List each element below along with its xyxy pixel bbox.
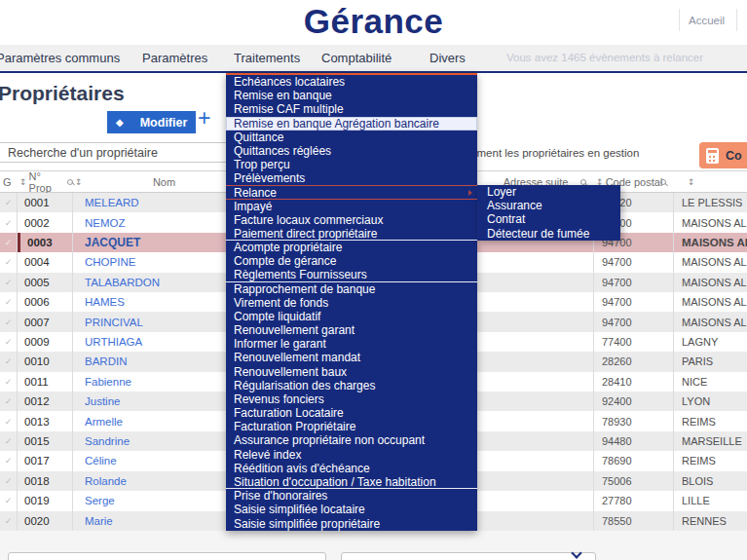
row-checkbox[interactable]: ✓	[0, 252, 18, 272]
nav-parametres-communs[interactable]: Paramètres communs	[0, 45, 120, 71]
row-checkbox[interactable]: ✓	[0, 471, 18, 491]
check-icon: ✓	[5, 257, 13, 267]
nav-comptabilite[interactable]: Comptabilité	[321, 45, 392, 71]
cell-cp: 78690	[594, 451, 674, 470]
nav-traitements[interactable]: Traitements	[234, 45, 300, 71]
modify-button[interactable]: ◆ Modifier	[107, 111, 196, 133]
menu-item-remise-caf-multiple[interactable]: Remise CAF multiple	[226, 102, 477, 116]
menu-item-impaye[interactable]: Impayé	[226, 200, 477, 213]
menu-item-saisie-simplifiee-proprietaire[interactable]: Saisie simplifiée propriétaire	[226, 517, 477, 531]
cell-num: 0001	[18, 193, 73, 212]
row-checkbox[interactable]: ✓	[0, 273, 18, 292]
search-input[interactable]	[0, 142, 227, 163]
row-checkbox[interactable]: ✓	[0, 332, 18, 352]
cell-cp: 27780	[594, 491, 674, 510]
menu-item-remise-agregation-bancaire[interactable]: Remise en banque Agrégation bancaire	[226, 117, 477, 131]
submenu-item-assurance[interactable]: Assurance	[477, 199, 620, 212]
cell-adresse-suite	[477, 372, 594, 392]
cell-num: 0018	[18, 471, 73, 491]
submenu-item-loyer[interactable]: Loyer	[477, 185, 620, 199]
row-checkbox[interactable]: ✓	[0, 411, 18, 430]
pen-diamond-icon: ◆	[116, 117, 124, 128]
cell-ville: LYON	[674, 392, 747, 411]
row-checkbox[interactable]: ✓	[0, 352, 18, 371]
menu-item-informer-le-garant[interactable]: Informer le garant	[226, 337, 477, 351]
menu-item-remise-en-banque[interactable]: Remise en banque	[226, 89, 477, 102]
menu-item-paiement-direct-proprietaire[interactable]: Paiement direct propriétaire	[226, 227, 477, 241]
sort-icon[interactable]: ↕	[688, 177, 695, 187]
menu-item-reedition-avis-echeance[interactable]: Réédition avis d'échéance	[226, 462, 477, 475]
submenu-item-detecteur-de-fumee[interactable]: Détecteur de fumée	[477, 227, 620, 241]
cell-ville: LAGNY	[674, 332, 747, 352]
add-button[interactable]: +	[198, 105, 210, 131]
menu-item-facture-locaux-commerciaux[interactable]: Facture locaux commerciaux	[226, 213, 477, 227]
menu-item-situation-occupation[interactable]: Situation d'occupation / Taxe habitation	[226, 475, 477, 489]
cell-ville: REIMS	[674, 451, 747, 470]
row-checkbox[interactable]: ✓	[0, 491, 18, 510]
cell-cp: 28260	[594, 352, 674, 371]
cell-num: 0003	[18, 233, 73, 252]
cell-cp: 75006	[594, 471, 674, 491]
menu-item-acompte-proprietaire[interactable]: Acompte propriétaire	[226, 241, 477, 254]
menu-item-regularisation-des-charges[interactable]: Régularisation des charges	[226, 379, 477, 392]
submenu-arrow-icon	[468, 190, 472, 196]
row-checkbox[interactable]: ✓	[0, 372, 18, 392]
accueil-button[interactable]: Accueil	[689, 15, 725, 26]
menu-item-reglements-fournisseurs[interactable]: Règlements Fournisseurs	[226, 268, 477, 281]
search-column-icon[interactable]	[660, 179, 666, 185]
menu-item-renouvellement-mandat[interactable]: Renouvellement mandat	[226, 351, 477, 364]
cell-num: 0020	[18, 511, 73, 531]
top-bar: Gérance Accueil	[0, 0, 747, 45]
row-checkbox[interactable]: ✓	[0, 312, 18, 331]
menu-item-facturation-proprietaire[interactable]: Facturation Propriétaire	[226, 420, 477, 433]
menu-item-rapprochement-de-banque[interactable]: Rapprochement de banque	[226, 282, 477, 296]
row-checkbox[interactable]: ✓	[0, 292, 18, 312]
calculator-button-label: Co	[726, 149, 742, 163]
footer-select[interactable]	[341, 552, 596, 560]
divider	[679, 9, 680, 31]
check-icon: ✓	[5, 218, 13, 228]
menu-item-relance[interactable]: Relance	[226, 185, 477, 199]
row-checkbox[interactable]: ✓	[0, 511, 18, 531]
calculator-button[interactable]: Co	[699, 142, 747, 168]
col-header-num-prop[interactable]: ↕ N° Prop	[18, 171, 73, 192]
row-checkbox[interactable]: ✓	[0, 212, 18, 232]
nav-divers[interactable]: Divers	[430, 45, 466, 71]
cell-num: 0011	[18, 372, 73, 392]
row-checkbox[interactable]: ✓	[0, 431, 18, 451]
row-checkbox[interactable]: ✓	[0, 392, 18, 411]
menu-item-compte-liquidatif[interactable]: Compte liquidatif	[226, 310, 477, 323]
menu-item-releve-index[interactable]: Relevé index	[226, 448, 477, 462]
menu-item-compte-de-gerance[interactable]: Compte de gérance	[226, 254, 477, 268]
menu-item-virement-de-fonds[interactable]: Virement de fonds	[226, 296, 477, 310]
menu-item-revenus-fonciers[interactable]: Revenus fonciers	[226, 392, 477, 406]
menu-item-saisie-simplifiee-locataire[interactable]: Saisie simplifiée locataire	[226, 503, 477, 516]
cell-adresse-suite	[477, 273, 594, 292]
col-header-ville[interactable]: ↕	[674, 171, 747, 192]
cell-adresse-suite	[477, 511, 594, 531]
cell-ville: MAISONS ALFORT	[674, 292, 747, 312]
menu-item-quittances-reglees[interactable]: Quittances réglées	[226, 144, 477, 158]
menu-item-prelevements[interactable]: Prélèvements	[226, 171, 477, 185]
cell-num: 0010	[18, 352, 73, 371]
footer-input[interactable]	[8, 552, 326, 560]
menu-item-assurance-pno[interactable]: Assurance propriétaire non occupant	[226, 433, 477, 447]
menu-item-prise-honoraires[interactable]: Prise d'honoraires	[226, 489, 477, 503]
cell-adresse-suite	[477, 451, 594, 470]
col-header-gestion[interactable]: G	[0, 171, 18, 192]
row-checkbox[interactable]: ✓	[0, 233, 18, 252]
row-checkbox[interactable]: ✓	[0, 451, 18, 470]
row-checkbox[interactable]: ✓	[0, 193, 18, 212]
menu-item-facturation-locataire[interactable]: Facturation Locataire	[226, 406, 477, 420]
sort-icon[interactable]: ↕	[19, 177, 27, 187]
menu-item-echeances-locataires[interactable]: Echéances locataires	[226, 75, 477, 89]
menu-item-quittance[interactable]: Quittance	[226, 131, 477, 144]
submenu-item-contrat[interactable]: Contrat	[477, 212, 620, 226]
sort-icon[interactable]: ↕	[75, 177, 83, 187]
nav-parametres[interactable]: Paramètres	[142, 45, 207, 71]
menu-item-renouvellement-garant[interactable]: Renouvellement garant	[226, 323, 477, 337]
menu-item-renouvellement-baux[interactable]: Renouvellement baux	[226, 365, 477, 379]
menu-item-trop-percu[interactable]: Trop perçu	[226, 158, 477, 171]
menu-item-relance-label: Relance	[234, 186, 277, 199]
cell-cp: 78550	[594, 511, 674, 531]
